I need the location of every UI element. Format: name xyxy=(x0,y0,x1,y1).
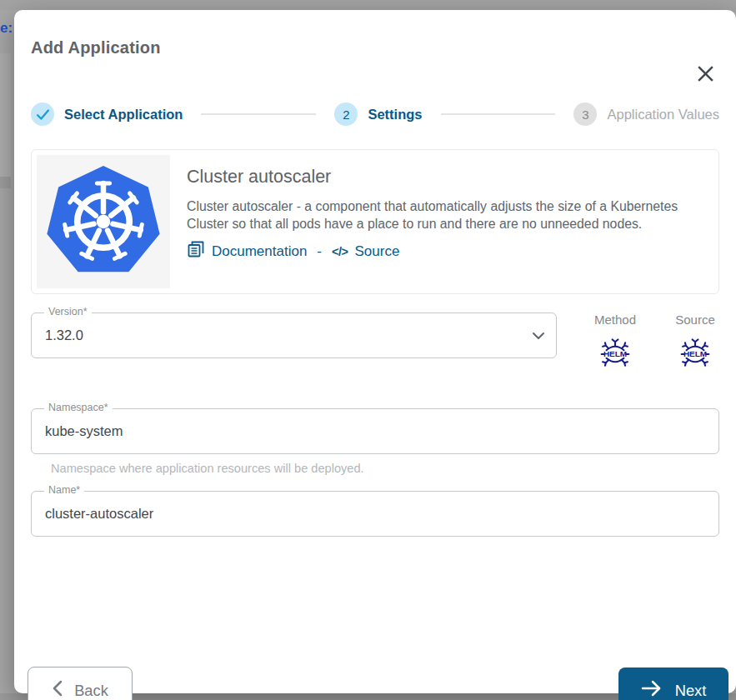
name-input[interactable] xyxy=(45,506,705,522)
close-icon xyxy=(695,63,716,87)
step-label: Settings xyxy=(368,107,422,122)
dialog-title: Add Application xyxy=(31,38,719,58)
close-button[interactable] xyxy=(694,64,716,86)
step-number-badge: 2 xyxy=(334,102,358,126)
step-application-values[interactable]: 3 Application Values xyxy=(573,102,719,126)
back-button[interactable]: Back xyxy=(28,667,133,700)
link-separator: - xyxy=(313,243,325,260)
svg-text:HELM: HELM xyxy=(603,349,627,358)
arrow-right-icon xyxy=(641,680,663,700)
namespace-helper-text: Namespace where application resources wi… xyxy=(51,462,719,475)
documentation-icon xyxy=(187,240,205,262)
add-application-dialog: Add Application Select Application 2 xyxy=(14,10,736,693)
method-column-label: Method xyxy=(594,312,636,327)
step-select-application[interactable]: Select Application xyxy=(31,102,183,126)
kubernetes-logo-icon xyxy=(46,166,161,278)
step-label: Application Values xyxy=(607,107,719,122)
back-button-label: Back xyxy=(74,682,108,700)
svg-text:HELM: HELM xyxy=(683,349,707,358)
version-select[interactable]: Version* 1.32.0 xyxy=(31,312,557,358)
source-column-label: Source xyxy=(675,312,715,327)
helm-method-icon: HELM xyxy=(599,338,631,373)
step-connector xyxy=(441,113,556,115)
next-button-label: Next xyxy=(675,682,707,700)
source-link[interactable]: </> Source xyxy=(332,243,399,260)
step-complete-check-icon xyxy=(31,102,54,126)
step-label: Select Application xyxy=(64,107,183,122)
namespace-label: Namespace* xyxy=(44,402,113,413)
step-settings[interactable]: 2 Settings xyxy=(334,102,422,126)
name-label: Name* xyxy=(44,484,84,496)
documentation-link-label: Documentation xyxy=(212,243,307,260)
documentation-link[interactable]: Documentation xyxy=(187,240,307,262)
name-field-container: Name* xyxy=(31,491,719,537)
chevron-down-icon xyxy=(532,328,545,343)
application-title: Cluster autoscaler xyxy=(187,167,687,188)
next-button[interactable]: Next xyxy=(618,668,728,700)
step-number-badge: 3 xyxy=(573,102,597,126)
application-logo-container xyxy=(37,155,170,288)
helm-source-icon: HELM xyxy=(679,338,711,373)
chevron-left-icon xyxy=(52,680,63,700)
application-card: Cluster autoscaler Cluster autoscaler - … xyxy=(31,149,719,294)
dimmed-background-band xyxy=(0,177,11,188)
application-description: Cluster autoscaler - a component that au… xyxy=(187,198,687,232)
version-value: 1.32.0 xyxy=(45,328,543,343)
dimmed-background-band xyxy=(0,53,11,177)
step-connector xyxy=(201,113,316,115)
namespace-input[interactable] xyxy=(45,423,705,439)
namespace-field-container: Namespace* xyxy=(31,408,719,454)
code-icon: </> xyxy=(332,245,348,258)
dimmed-background-top xyxy=(0,0,736,10)
version-label: Version* xyxy=(44,306,92,318)
source-link-label: Source xyxy=(354,243,399,260)
wizard-stepper: Select Application 2 Settings 3 Applicat… xyxy=(31,102,719,126)
background-text-fragment: e: xyxy=(0,20,13,37)
